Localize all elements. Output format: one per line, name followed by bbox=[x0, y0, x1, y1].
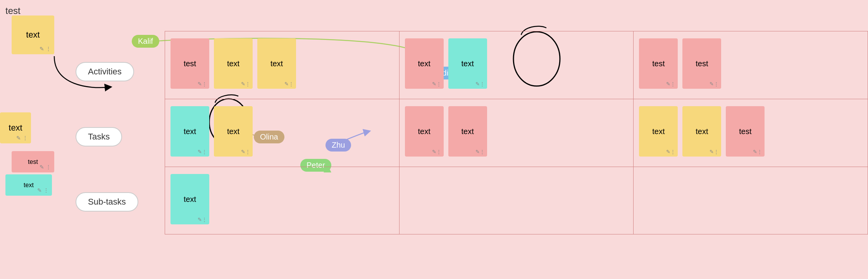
sticky-r1c3-1[interactable]: test ✎⋮ bbox=[639, 38, 678, 89]
edit-icon[interactable]: ✎⋮ bbox=[710, 149, 719, 155]
edit-icon[interactable]: ✎⋮ bbox=[241, 81, 250, 87]
edit-icon[interactable]: ✎⋮ bbox=[198, 217, 207, 222]
sticky-r1c1-3[interactable]: text ✎⋮ bbox=[257, 38, 296, 89]
grid-cell-3-2 bbox=[400, 167, 634, 234]
sticky-r1c2-2[interactable]: text ✎⋮ bbox=[448, 38, 487, 89]
subtasks-button[interactable]: Sub-tasks bbox=[76, 192, 138, 212]
grid-row-1: test ✎⋮ text ✎⋮ text ✎⋮ text ✎⋮ text ✎⋮ bbox=[165, 31, 868, 99]
sidebar-sticky-4[interactable]: text ✎ ⋮ bbox=[5, 174, 52, 196]
sidebar-sticky-2-text: text bbox=[9, 123, 22, 133]
sticky-r2c1-1[interactable]: text ✎⋮ bbox=[170, 106, 209, 157]
sidebar-sticky-3-text: test bbox=[28, 158, 38, 165]
edit-icon[interactable]: ✎⋮ bbox=[666, 149, 675, 155]
activities-button[interactable]: Activities bbox=[76, 62, 134, 81]
edit-icon[interactable]: ✎⋮ bbox=[432, 81, 441, 87]
edit-icon[interactable]: ✎⋮ bbox=[432, 149, 441, 155]
edit-icon[interactable]: ✎⋮ bbox=[198, 81, 207, 87]
edit-icon[interactable]: ✎⋮ bbox=[710, 81, 719, 87]
grid-cell-3-3 bbox=[634, 167, 868, 234]
sticky-r2c3-3[interactable]: test ✎⋮ bbox=[726, 106, 765, 157]
main-grid: test ✎⋮ text ✎⋮ text ✎⋮ text ✎⋮ text ✎⋮ bbox=[165, 31, 868, 279]
more-icon-2[interactable]: ⋮ bbox=[22, 135, 28, 141]
sticky-r2c3-2[interactable]: text ✎⋮ bbox=[682, 106, 721, 157]
sidebar-sticky-2[interactable]: text ✎ ⋮ bbox=[0, 112, 31, 143]
edit-icon[interactable]: ✎ bbox=[40, 46, 44, 52]
edit-icon[interactable]: ✎⋮ bbox=[475, 149, 485, 155]
grid-cell-3-1: text ✎⋮ bbox=[165, 167, 400, 234]
grid-row-3: text ✎⋮ bbox=[165, 167, 868, 234]
edit-icon[interactable]: ✎⋮ bbox=[198, 149, 207, 155]
edit-icon[interactable]: ✎⋮ bbox=[284, 81, 294, 87]
grid-cell-1-3: test ✎⋮ test ✎⋮ bbox=[634, 31, 868, 99]
grid-cell-1-1: test ✎⋮ text ✎⋮ text ✎⋮ bbox=[165, 31, 400, 99]
grid-row-2: text ✎⋮ text ✎⋮ text ✎⋮ text ✎⋮ text ✎⋮ bbox=[165, 99, 868, 167]
sticky-r3c1-1[interactable]: text ✎⋮ bbox=[170, 174, 209, 224]
sidebar-sticky-1[interactable]: text ✎ ⋮ bbox=[12, 16, 54, 54]
edit-icon-3[interactable]: ✎ bbox=[40, 164, 44, 170]
edit-icon-4[interactable]: ✎ bbox=[37, 187, 42, 193]
sticky-r1c3-2[interactable]: test ✎⋮ bbox=[682, 38, 721, 89]
sticky-r2c1-2[interactable]: text ✎⋮ bbox=[214, 106, 253, 157]
more-icon-4[interactable]: ⋮ bbox=[43, 187, 49, 193]
edit-icon[interactable]: ✎⋮ bbox=[753, 149, 762, 155]
edit-icon[interactable]: ✎⋮ bbox=[241, 149, 250, 155]
grid-cell-1-2: text ✎⋮ text ✎⋮ bbox=[400, 31, 634, 99]
top-label: test bbox=[5, 5, 21, 16]
sticky-r1c2-1[interactable]: text ✎⋮ bbox=[405, 38, 444, 89]
grid-cell-2-1: text ✎⋮ text ✎⋮ bbox=[165, 99, 400, 167]
edit-icon-2[interactable]: ✎ bbox=[16, 135, 21, 141]
sidebar-sticky-3[interactable]: test ✎ ⋮ bbox=[12, 151, 54, 172]
sticky-r2c2-2[interactable]: text ✎⋮ bbox=[448, 106, 487, 157]
more-icon-3[interactable]: ⋮ bbox=[46, 164, 51, 170]
grid-cell-2-3: text ✎⋮ text ✎⋮ test ✎⋮ bbox=[634, 99, 868, 167]
tasks-button[interactable]: Tasks bbox=[76, 127, 122, 146]
more-icon[interactable]: ⋮ bbox=[46, 46, 51, 52]
sidebar-sticky-1-text: text bbox=[26, 30, 40, 40]
kalif-label: Kalif bbox=[132, 35, 159, 48]
grid-cell-2-2: text ✎⋮ text ✎⋮ bbox=[400, 99, 634, 167]
sticky-r1c1-1[interactable]: test ✎⋮ bbox=[170, 38, 209, 89]
sidebar-sticky-4-text: text bbox=[24, 182, 34, 189]
edit-icon[interactable]: ✎⋮ bbox=[666, 81, 675, 87]
sticky-r1c1-2[interactable]: text ✎⋮ bbox=[214, 38, 253, 89]
sticky-r2c3-1[interactable]: text ✎⋮ bbox=[639, 106, 678, 157]
sticky-r2c2-1[interactable]: text ✎⋮ bbox=[405, 106, 444, 157]
edit-icon[interactable]: ✎⋮ bbox=[475, 81, 485, 87]
